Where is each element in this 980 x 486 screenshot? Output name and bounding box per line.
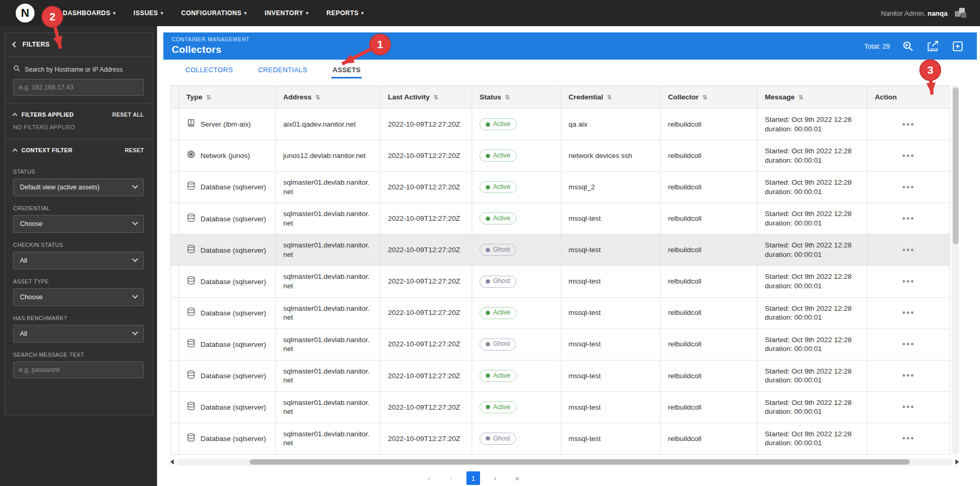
nav-item-configurations[interactable]: CONFIGURATIONS▾ (181, 9, 247, 17)
row-actions-button[interactable]: ••• (903, 276, 915, 286)
credential-cell: mssql-test (561, 297, 661, 329)
action-cell: ••• (867, 391, 950, 423)
row-actions-button[interactable]: ••• (903, 213, 915, 223)
column-header-message[interactable]: Message⇅ (758, 86, 867, 109)
add-icon[interactable] (951, 40, 964, 53)
row-actions-button[interactable]: ••• (903, 151, 915, 161)
collector-cell: relbuildcoll (661, 234, 758, 266)
row-actions-button[interactable]: ••• (903, 182, 915, 192)
tab-assets[interactable]: ASSETS (331, 62, 362, 78)
filters-collapse-header[interactable]: FILTERS (5, 33, 152, 56)
spacer-column (171, 86, 179, 109)
address-cell: sqlmaster01.devlab.nanitor.net (276, 329, 381, 360)
status-cell: Ghost (472, 234, 561, 266)
vertical-scrollbar-thumb[interactable] (953, 87, 959, 244)
prev-page-button[interactable]: ‹ (444, 471, 458, 485)
last-activity-cell: 2022-10-09T12:27:20Z (381, 266, 472, 297)
column-header-action[interactable]: Action (867, 86, 950, 109)
status-dot-icon (486, 279, 490, 284)
row-actions-button[interactable]: ••• (903, 370, 915, 380)
credential-select[interactable]: Choose (13, 215, 144, 233)
user-menu[interactable]: Nanitor Admin, nanqa (881, 5, 968, 21)
search-message-text-input[interactable] (13, 361, 144, 378)
row-actions-button[interactable]: ••• (903, 308, 915, 318)
collector-cell: relbuildcoll (661, 203, 758, 234)
tab-collectors[interactable]: COLLECTORS (184, 62, 234, 78)
column-header-credential[interactable]: Credential⇅ (561, 86, 661, 109)
status-cell: Ghost (472, 329, 561, 360)
chevron-up-icon[interactable] (13, 149, 18, 154)
column-header-last-activity[interactable]: Last Activity⇅ (381, 86, 472, 109)
row-actions-button[interactable]: ••• (903, 339, 915, 349)
column-header-collector[interactable]: Collector⇅ (661, 86, 758, 109)
spacer-cell (171, 360, 179, 391)
spacer-cell (171, 423, 179, 454)
spacer-cell (171, 234, 179, 266)
row-actions-button[interactable]: ••• (903, 433, 915, 443)
tab-credentials[interactable]: CREDENTIALS (257, 62, 308, 78)
scroll-right-arrow-icon[interactable] (955, 459, 959, 465)
credential-cell: mssql-test (561, 266, 661, 297)
nav-item-reports[interactable]: REPORTS▾ (326, 9, 364, 17)
nav-item-dashboards[interactable]: DASHBOARDS▾ (63, 9, 116, 17)
next-page-button[interactable]: › (488, 471, 502, 485)
user-name: nanqa (928, 9, 948, 17)
status-cell: Active (472, 203, 561, 234)
row-actions-button[interactable]: ••• (903, 245, 915, 255)
nav-item-issues[interactable]: ISSUES▾ (133, 9, 163, 17)
page-number-button[interactable]: 1 (466, 471, 480, 485)
scroll-left-arrow-icon[interactable] (170, 459, 174, 465)
asset-type-select[interactable]: Choose (13, 288, 144, 306)
first-page-button[interactable]: « (422, 471, 436, 485)
status-cell: Ghost (472, 423, 561, 454)
export-csv-icon[interactable]: csv (926, 40, 940, 53)
message-cell: Started: Oct 9th 2022 12:28duration: 00:… (758, 203, 867, 234)
type-cell: Database (sqlserver) (179, 391, 276, 423)
collector-cell: relbuildcoll (661, 266, 758, 297)
database-icon (186, 370, 196, 382)
column-header-type[interactable]: Type⇅ (179, 86, 276, 109)
database-icon (186, 276, 196, 288)
type-cell: Database (sqlserver) (179, 172, 276, 203)
filter-field-credential: CREDENTIALChoose (13, 205, 144, 233)
chevron-up-icon[interactable] (13, 113, 18, 118)
table-row: Database (sqlserver)sqlmaster01.devlab.n… (171, 234, 950, 266)
reset-button[interactable]: RESET (125, 147, 144, 153)
collector-cell: relbuildcoll (661, 360, 758, 391)
filters-title: FILTERS (23, 41, 50, 48)
search-assets-icon[interactable] (901, 40, 914, 52)
address-cell: sqlmaster01.devlab.nanitor.net (276, 391, 381, 423)
row-actions-button[interactable]: ••• (903, 119, 915, 129)
caret-down-icon: ▾ (306, 10, 308, 16)
address-cell: sqlmaster01.devlab.nanitor.net (276, 297, 381, 329)
status-cell: Active (472, 391, 561, 423)
status-select[interactable]: Default view (active assets) (13, 178, 144, 196)
horizontal-scrollbar-track[interactable] (176, 459, 953, 466)
filters-panel: FILTERS Search by Hostname or IP Address… (4, 32, 153, 415)
host-search-input[interactable] (13, 79, 144, 96)
vertical-scrollbar[interactable] (952, 85, 959, 455)
filter-field-asset-type: ASSET TYPEChoose (13, 278, 144, 306)
status-dot-icon (486, 217, 490, 221)
search-label: Search by Hostname or IP Address (25, 66, 122, 73)
credential-cell: mssql-test (561, 329, 661, 360)
has-benchmark-select[interactable]: All (13, 325, 144, 343)
horizontal-scrollbar-thumb[interactable] (250, 459, 910, 465)
column-header-address[interactable]: Address⇅ (276, 86, 381, 109)
column-header-status[interactable]: Status⇅ (472, 86, 561, 109)
table-header-row: Type⇅Address⇅Last Activity⇅Status⇅Creden… (171, 86, 950, 109)
type-cell: Database (sqlserver) (179, 203, 276, 234)
checkin-status-select[interactable]: All (13, 252, 144, 269)
last-page-button[interactable]: » (510, 471, 524, 485)
database-icon (186, 307, 196, 319)
nanitor-logo[interactable]: N (16, 4, 35, 22)
status-badge: Ghost (480, 433, 516, 445)
row-actions-button[interactable]: ••• (903, 402, 915, 412)
reset-all-button[interactable]: RESET ALL (112, 111, 144, 118)
type-cell: Database (sqlserver) (179, 234, 276, 266)
avatar-icon[interactable] (953, 5, 968, 21)
last-activity-cell: 2022-10-09T12:27:20Z (381, 140, 472, 172)
address-cell: sqlmaster01.devlab.nanitor.net (276, 360, 381, 391)
filter-field-search-message-text: SEARCH MESSAGE TEXT (13, 352, 144, 378)
nav-item-inventory[interactable]: INVENTORY▾ (265, 9, 309, 17)
